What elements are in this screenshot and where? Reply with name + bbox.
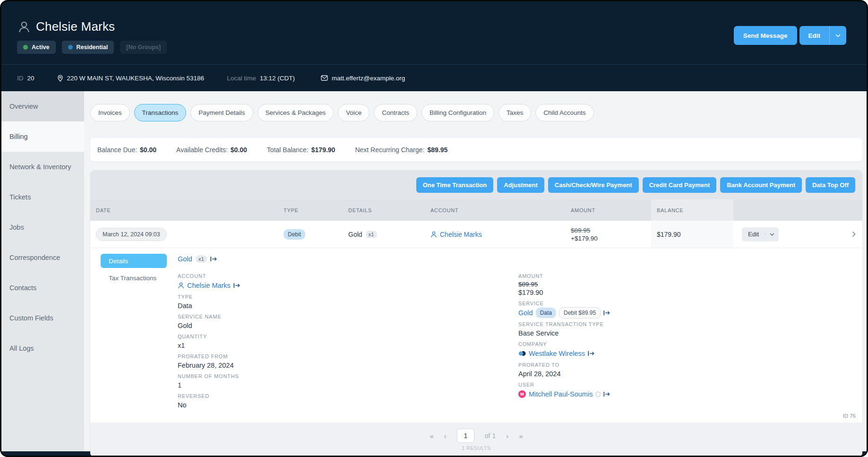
row-collapse-button[interactable] <box>852 231 856 237</box>
field-company: COMPANY Westlake Wireless <box>518 341 862 358</box>
field-prorated-to: PRORATED TO April 28, 2024 <box>518 362 862 378</box>
status-badge: Active <box>17 41 56 54</box>
amount-new: +$179.90 <box>571 234 598 242</box>
column-header-details[interactable]: DETAILS <box>343 199 425 221</box>
detail-account-link[interactable]: Chelsie Marks <box>187 281 231 290</box>
avatar: M <box>518 390 526 398</box>
account-link[interactable]: Chelsie Marks <box>440 231 482 238</box>
table-row[interactable]: March 12, 2024 09:03 Debit Gold x1 <box>90 221 862 248</box>
customer-email-link[interactable]: matt.effertz@example.org <box>332 75 405 82</box>
external-link-icon[interactable] <box>603 391 610 397</box>
transaction-type-badge: Debit <box>284 229 305 240</box>
sidebar-item-overview[interactable]: Overview <box>1 91 84 121</box>
sidebar-item-correspondence[interactable]: Correspondence <box>1 242 84 273</box>
service-link[interactable]: Gold <box>178 255 192 263</box>
billing-tabs: Invoices Transactions Payment Details Se… <box>90 104 862 121</box>
tab-voice[interactable]: Voice <box>338 104 370 121</box>
location-pin-icon <box>57 75 63 82</box>
pagination-last-button[interactable]: » <box>519 432 523 440</box>
field-prorated-from: PRORATED FROM February 28, 2024 <box>178 354 518 370</box>
sidebar-item-tickets[interactable]: Tickets <box>1 182 84 212</box>
field-number-of-months: NUMBER OF MONTHS 1 <box>178 373 518 389</box>
sidebar-item-network-inventory[interactable]: Network & Inventory <box>1 152 84 182</box>
app-window: Chelsie Marks Active Residential [No Gro… <box>0 0 868 457</box>
company-link[interactable]: Westlake Wireless <box>529 349 585 358</box>
sidebar-item-custom-fields[interactable]: Custom Fields <box>1 303 84 333</box>
chevron-down-icon <box>770 233 774 236</box>
sidebar-item-billing[interactable]: Billing <box>1 121 84 152</box>
detail-amount-original: $89.95 <box>518 281 862 288</box>
edit-dropdown-button[interactable] <box>829 26 846 45</box>
pagination-first-button[interactable]: « <box>430 432 433 440</box>
shield-icon <box>595 391 601 397</box>
field-amount: AMOUNT $89.95 $179.90 <box>518 273 862 297</box>
status-dot-icon <box>23 45 28 50</box>
row-edit-split-button: Edit <box>742 227 779 241</box>
service-qty-badge: x1 <box>196 255 207 263</box>
user-link[interactable]: Mitchell Paul-Soumis <box>529 390 593 398</box>
column-header-type[interactable]: TYPE <box>278 199 343 221</box>
user-icon <box>430 231 437 238</box>
column-header-amount[interactable]: AMOUNT <box>565 199 651 221</box>
sidebar-item-jobs[interactable]: Jobs <box>1 212 84 242</box>
transaction-record-id: ID 76 <box>843 413 856 419</box>
column-header-date[interactable]: DATE <box>90 199 278 221</box>
tab-transactions[interactable]: Transactions <box>134 104 187 121</box>
page-count-label: of 1 <box>485 432 496 440</box>
edit-split-button: Edit <box>799 26 847 45</box>
external-link-icon[interactable] <box>210 256 217 262</box>
tab-services-packages[interactable]: Services & Packages <box>258 104 334 121</box>
local-time-label: Local time <box>227 75 256 82</box>
balance-summary-card: Balance Due: $0.00 Available Credits: $0… <box>90 138 862 162</box>
company-icon <box>518 351 526 356</box>
field-service-transaction-type: SERVICE TRANSACTION TYPE Base Service <box>518 321 862 337</box>
sidebar: Overview Billing Network & Inventory Tic… <box>1 91 84 451</box>
transactions-card: One Time Transaction Adjustment Cash/Che… <box>90 170 862 457</box>
external-link-icon[interactable] <box>233 283 240 288</box>
chevron-down-icon <box>835 34 841 37</box>
detail-amount-new: $179.90 <box>518 288 862 297</box>
customer-id-label: ID <box>17 75 24 82</box>
tab-contracts[interactable]: Contracts <box>374 104 417 121</box>
external-link-icon[interactable] <box>603 310 610 316</box>
user-icon <box>178 282 184 289</box>
local-time-value: 13:12 (CDT) <box>260 75 295 82</box>
sidebar-item-all-logs[interactable]: All Logs <box>1 333 84 363</box>
edit-button[interactable]: Edit <box>799 26 830 45</box>
page-number-input[interactable] <box>457 429 474 443</box>
one-time-transaction-button[interactable]: One Time Transaction <box>416 177 494 193</box>
cash-check-wire-payment-button[interactable]: Cash/Check/Wire Payment <box>548 177 639 193</box>
detail-service-link[interactable]: Gold <box>518 309 533 317</box>
page-title: Chelsie Marks <box>36 19 115 34</box>
send-message-button[interactable]: Send Message <box>734 26 797 45</box>
column-header-balance[interactable]: BALANCE <box>651 199 733 221</box>
account-type-badge: Residential <box>62 41 114 54</box>
person-icon <box>17 20 31 34</box>
column-header-actions <box>733 199 862 221</box>
sidebar-item-contacts[interactable]: Contacts <box>1 273 84 303</box>
field-account: ACCOUNT Chelsie Marks <box>178 273 518 290</box>
row-edit-button[interactable]: Edit <box>742 231 765 238</box>
transaction-date-pill: March 12, 2024 09:03 <box>96 228 167 241</box>
adjustment-button[interactable]: Adjustment <box>497 177 544 193</box>
row-edit-dropdown-button[interactable] <box>765 233 779 236</box>
pagination-next-button[interactable]: › <box>506 432 508 440</box>
total-balance-stat: Total Balance: $179.90 <box>267 146 335 154</box>
tab-billing-configuration[interactable]: Billing Configuration <box>421 104 494 121</box>
pagination-prev-button[interactable]: ‹ <box>444 432 447 440</box>
subtab-tax-transactions[interactable]: Tax Transactions <box>101 275 156 282</box>
subtab-details[interactable]: Details <box>101 254 167 268</box>
data-top-off-button[interactable]: Data Top Off <box>806 177 855 193</box>
tab-invoices[interactable]: Invoices <box>90 104 130 121</box>
envelope-icon <box>321 75 328 81</box>
customer-header: Chelsie Marks Active Residential [No Gro… <box>1 1 867 64</box>
credit-card-payment-button[interactable]: Credit Card Payment <box>643 177 717 193</box>
customer-address: 220 W MAIN ST, WAUKESHA, Wisconsin 53186 <box>67 75 205 82</box>
column-header-account[interactable]: ACCOUNT <box>425 199 565 221</box>
external-link-icon[interactable] <box>588 351 594 356</box>
tab-child-accounts[interactable]: Child Accounts <box>535 104 593 121</box>
field-reversed: REVERSED No <box>178 393 518 409</box>
tab-taxes[interactable]: Taxes <box>498 104 531 121</box>
tab-payment-details[interactable]: Payment Details <box>190 104 253 121</box>
bank-account-payment-button[interactable]: Bank Account Payment <box>720 177 802 193</box>
